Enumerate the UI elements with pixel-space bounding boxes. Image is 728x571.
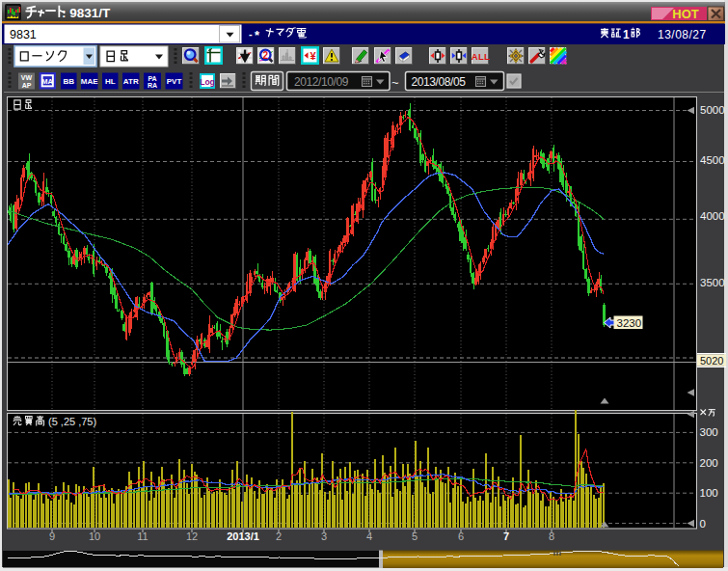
svg-text:5: 5 [412, 530, 418, 542]
svg-text:0: 0 [700, 518, 706, 530]
svg-text:3230: 3230 [617, 317, 642, 329]
svg-text:-: - [249, 28, 253, 40]
svg-text:4000: 4000 [700, 210, 725, 222]
svg-text:12: 12 [186, 530, 198, 542]
svg-text:5020: 5020 [700, 355, 723, 367]
svg-text:6: 6 [458, 530, 464, 542]
svg-text:PA: PA [148, 75, 156, 82]
svg-text:Log: Log [200, 77, 215, 87]
svg-text:MA: MA [41, 77, 53, 86]
svg-text:8: 8 [549, 530, 554, 542]
svg-text:AP: AP [22, 82, 32, 89]
svg-text:ALL: ALL [472, 51, 490, 62]
svg-text:ATR: ATR [123, 77, 139, 86]
svg-text:1: 1 [623, 28, 630, 41]
svg-text:9831: 9831 [10, 28, 37, 41]
svg-text:4500: 4500 [700, 154, 725, 166]
svg-text:9: 9 [49, 530, 55, 542]
svg-text:2: 2 [276, 530, 282, 542]
svg-text:200: 200 [700, 457, 718, 469]
svg-text:¥: ¥ [310, 50, 316, 62]
svg-text:PVT: PVT [167, 77, 182, 86]
svg-text:~: ~ [391, 75, 399, 90]
svg-text:HL: HL [105, 77, 116, 86]
svg-text:HOT: HOT [672, 7, 699, 21]
svg-text:MAE: MAE [81, 77, 98, 86]
svg-text:300: 300 [700, 426, 718, 438]
svg-text:4: 4 [366, 530, 372, 542]
svg-text:3: 3 [321, 530, 327, 542]
svg-text:(5 ,25 ,75): (5 ,25 ,75) [48, 416, 96, 427]
svg-text:2: 2 [263, 50, 269, 61]
svg-text:13/08/27: 13/08/27 [658, 28, 707, 41]
svg-text:5000: 5000 [700, 104, 725, 116]
svg-text:VW: VW [21, 74, 33, 81]
svg-text:10: 10 [89, 530, 100, 542]
svg-text:2012/10/09: 2012/10/09 [294, 75, 349, 89]
svg-text:7: 7 [503, 530, 509, 542]
svg-text:RA: RA [148, 82, 157, 89]
svg-text:2013/1: 2013/1 [227, 530, 259, 542]
svg-text:: 9831/T: : 9831/T [62, 6, 111, 20]
svg-text:3500: 3500 [700, 277, 725, 288]
svg-text:11: 11 [137, 530, 148, 542]
svg-text:BB: BB [63, 77, 74, 86]
svg-text:2013/08/05: 2013/08/05 [412, 75, 467, 89]
svg-text:100: 100 [700, 487, 718, 499]
